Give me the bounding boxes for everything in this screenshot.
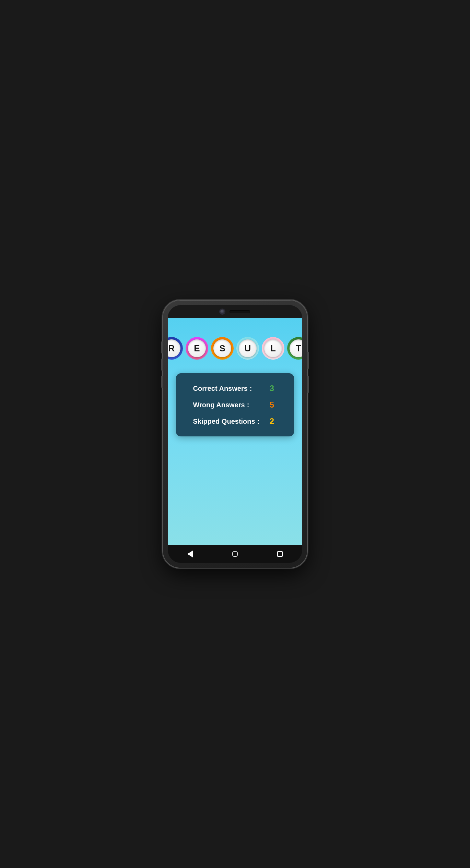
camera-icon [220,309,225,314]
stats-card: Correct Answers : 3 Wrong Answers : 5 Sk… [176,373,294,436]
letter-r: R [168,343,175,354]
correct-label-group: Correct Answers : [193,385,259,393]
skipped-questions-label: Skipped Questions [193,418,255,425]
letter-ball-s: S [211,337,234,360]
correct-answers-row: Correct Answers : 3 [193,384,277,393]
correct-colon: : [250,385,252,393]
nav-bar [168,545,302,563]
letter-ball-t: T [287,337,302,360]
recents-button[interactable] [277,551,283,557]
wrong-answers-value: 5 [267,400,277,410]
skipped-colon: : [257,418,260,425]
phone-frame: R E S U [163,300,307,568]
home-icon [232,551,238,557]
back-button[interactable] [187,551,193,557]
skipped-label-group: Skipped Questions : [193,418,267,425]
letter-ball-l: L [262,337,284,360]
screen: R E S U [168,318,302,545]
wrong-label-group: Wrong Answers : [193,401,256,409]
wrong-answers-label: Wrong Answers [193,401,245,409]
letter-ball-r: R [168,337,183,360]
letter-s: S [219,343,225,354]
speaker-grille [230,310,250,313]
skipped-questions-row: Skipped Questions : 2 [193,417,277,426]
letter-ball-e: E [186,337,208,360]
recents-icon [277,551,283,557]
correct-answers-value: 3 [267,384,277,393]
wrong-colon: : [247,401,249,409]
correct-answers-label: Correct Answers [193,385,248,393]
phone-top-bar [168,305,302,318]
letter-t: T [296,343,301,354]
letter-u: U [245,343,251,354]
skipped-questions-value: 2 [267,417,277,426]
result-title-row: R E S U [168,337,302,360]
wrong-answers-row: Wrong Answers : 5 [193,400,277,410]
letter-e: E [194,343,200,354]
letter-l: L [270,343,276,354]
back-icon [187,551,193,557]
home-button[interactable] [232,551,238,557]
phone-inner: R E S U [168,305,302,563]
letter-ball-u: U [236,337,259,360]
